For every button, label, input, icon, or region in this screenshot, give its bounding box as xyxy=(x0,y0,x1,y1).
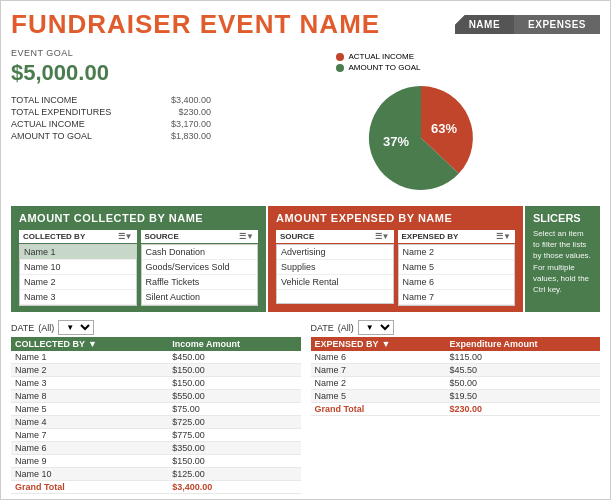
table-row: Name 4$725.00 xyxy=(11,416,301,429)
list-item[interactable]: Silent Auction xyxy=(142,290,258,305)
expense-name-cell: Name 6 xyxy=(311,351,446,364)
income-col2-header: Income Amount xyxy=(168,337,300,351)
income-amount-cell: $75.00 xyxy=(168,403,300,416)
expense-amount-cell: $115.00 xyxy=(445,351,600,364)
stat-row: ACTUAL INCOME$3,170.00 xyxy=(11,118,211,130)
legend-actual-label: ACTUAL INCOME xyxy=(349,52,415,61)
income-name-cell: Name 2 xyxy=(11,364,168,377)
svg-text:37%: 37% xyxy=(382,134,408,149)
expense-amount-cell: $45.50 xyxy=(445,364,600,377)
table-row: Name 6$350.00 xyxy=(11,442,301,455)
list-item[interactable]: Name 7 xyxy=(399,290,515,305)
expensed-panel: AMOUNT EXPENSED BY NAME SOURCE ☰▼ Advert… xyxy=(268,206,523,312)
expense-table-container: DATE (All) ▼ EXPENSED BY ▼ Expenditure A… xyxy=(311,320,601,495)
collected-col2-list[interactable]: Cash Donation Goods/Services Sold Raffle… xyxy=(141,244,259,306)
list-item[interactable]: Advertising xyxy=(277,245,393,260)
legend-goal-dot xyxy=(336,64,344,72)
income-name-cell: Name 1 xyxy=(11,351,168,364)
expensed-col2-list[interactable]: Name 2 Name 5 Name 6 Name 7 xyxy=(398,244,516,306)
list-item[interactable]: Name 2 xyxy=(20,275,136,290)
expensed-col1-list[interactable]: Advertising Supplies Vehicle Rental xyxy=(276,244,394,304)
income-total-row: Grand Total$3,400.00 xyxy=(11,481,301,494)
expensed-title: AMOUNT EXPENSED BY NAME xyxy=(276,212,515,224)
collected-col1-header: COLLECTED BY xyxy=(23,232,85,241)
income-name-cell: Name 8 xyxy=(11,390,168,403)
income-amount-cell: $450.00 xyxy=(168,351,300,364)
legend-goal-label: AMOUNT TO GOAL xyxy=(349,63,421,72)
expense-date-dropdown[interactable]: ▼ xyxy=(358,320,394,335)
expensed-col2-filter-icon[interactable]: ☰▼ xyxy=(496,232,511,241)
collected-panel: AMOUNT COLLECTED BY NAME COLLECTED BY ☰▼… xyxy=(11,206,266,312)
income-amount-cell: $125.00 xyxy=(168,468,300,481)
table-row: Name 8$550.00 xyxy=(11,390,301,403)
name-button[interactable]: NAME xyxy=(455,15,514,34)
expensed-col2-header: EXPENSED BY xyxy=(402,232,459,241)
slicers-panel: SLICERS Select an item to filter the lis… xyxy=(525,206,600,312)
collected-col2-filter-icon[interactable]: ☰▼ xyxy=(239,232,254,241)
expense-data-table: EXPENSED BY ▼ Expenditure Amount Name 6$… xyxy=(311,337,601,416)
stat-row: TOTAL EXPENDITURES$230.00 xyxy=(11,106,211,118)
expense-amount-cell: $19.50 xyxy=(445,390,600,403)
expense-total-value: $230.00 xyxy=(445,403,600,416)
list-item[interactable]: Vehicle Rental xyxy=(277,275,393,290)
expense-total-label: Grand Total xyxy=(311,403,446,416)
income-date-value: (All) xyxy=(38,323,54,333)
stat-value: $3,400.00 xyxy=(171,95,211,105)
expense-name-cell: Name 2 xyxy=(311,377,446,390)
collected-title: AMOUNT COLLECTED BY NAME xyxy=(19,212,258,224)
income-col1-header[interactable]: COLLECTED BY ▼ xyxy=(11,337,168,351)
page-title: FUNDRAISER EVENT NAME xyxy=(11,9,380,40)
table-row: Name 2$150.00 xyxy=(11,364,301,377)
table-row: Name 2$50.00 xyxy=(311,377,601,390)
income-name-cell: Name 3 xyxy=(11,377,168,390)
table-row: Name 10$125.00 xyxy=(11,468,301,481)
income-name-cell: Name 10 xyxy=(11,468,168,481)
income-name-cell: Name 9 xyxy=(11,455,168,468)
income-name-cell: Name 4 xyxy=(11,416,168,429)
income-col1-sort-icon[interactable]: ▼ xyxy=(88,339,97,349)
expense-col1-sort-icon[interactable]: ▼ xyxy=(382,339,391,349)
income-amount-cell: $350.00 xyxy=(168,442,300,455)
list-item[interactable]: Name 10 xyxy=(20,260,136,275)
stat-value: $230.00 xyxy=(178,107,211,117)
list-item[interactable]: Cash Donation xyxy=(142,245,258,260)
expensed-col1-filter-icon[interactable]: ☰▼ xyxy=(375,232,390,241)
table-row: Name 6$115.00 xyxy=(311,351,601,364)
expense-col1-header[interactable]: EXPENSED BY ▼ xyxy=(311,337,446,351)
stat-label: TOTAL INCOME xyxy=(11,95,77,105)
income-date-dropdown[interactable]: ▼ xyxy=(58,320,94,335)
list-item[interactable]: Supplies xyxy=(277,260,393,275)
income-name-cell: Name 7 xyxy=(11,429,168,442)
expenses-button[interactable]: EXPENSES xyxy=(514,15,600,34)
list-item[interactable]: Raffle Tickets xyxy=(142,275,258,290)
income-date-label: DATE xyxy=(11,323,34,333)
table-row: Name 5$75.00 xyxy=(11,403,301,416)
income-total-value: $3,400.00 xyxy=(168,481,300,494)
expense-date-value: (All) xyxy=(338,323,354,333)
list-item[interactable]: Name 2 xyxy=(399,245,515,260)
table-row: Name 9$150.00 xyxy=(11,455,301,468)
slicers-description: Select an item to filter the lists by th… xyxy=(533,228,592,295)
list-item[interactable]: Name 3 xyxy=(20,290,136,305)
income-amount-cell: $150.00 xyxy=(168,377,300,390)
income-name-cell: Name 5 xyxy=(11,403,168,416)
stat-row: AMOUNT TO GOAL$1,830.00 xyxy=(11,130,211,142)
list-item[interactable]: Name 6 xyxy=(399,275,515,290)
pie-chart: 37% 63% xyxy=(336,78,506,198)
collected-col1-list[interactable]: Name 1 Name 10 Name 2 Name 3 xyxy=(19,244,137,306)
event-goal-value: $5,000.00 xyxy=(11,60,211,86)
income-amount-cell: $550.00 xyxy=(168,390,300,403)
stat-label: ACTUAL INCOME xyxy=(11,119,85,129)
table-row: Name 3$150.00 xyxy=(11,377,301,390)
list-item[interactable]: Goods/Services Sold xyxy=(142,260,258,275)
collected-col1-filter-icon[interactable]: ☰▼ xyxy=(118,232,133,241)
expense-date-label: DATE xyxy=(311,323,334,333)
expense-name-cell: Name 5 xyxy=(311,390,446,403)
income-amount-cell: $725.00 xyxy=(168,416,300,429)
income-amount-cell: $150.00 xyxy=(168,364,300,377)
expense-name-cell: Name 7 xyxy=(311,364,446,377)
income-data-table: COLLECTED BY ▼ Income Amount Name 1$450.… xyxy=(11,337,301,494)
list-item[interactable]: Name 5 xyxy=(399,260,515,275)
income-table-container: DATE (All) ▼ COLLECTED BY ▼ Income Amoun… xyxy=(11,320,301,495)
list-item[interactable]: Name 1 xyxy=(20,245,136,260)
